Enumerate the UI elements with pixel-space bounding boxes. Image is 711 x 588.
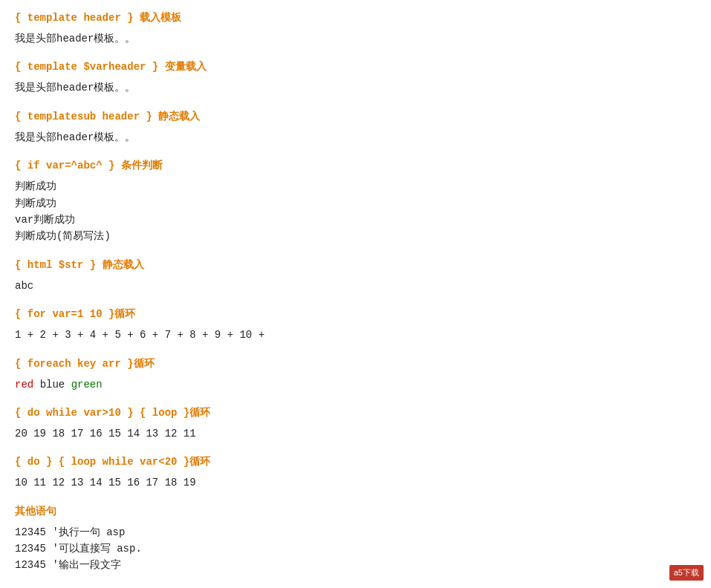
section-templatesub-header: { templatesub header } 静态载入 我是头部header模板… xyxy=(15,110,696,146)
section-other-syntax: 其他语句 12345 '执行一句 asp 12345 '可以直接写 asp. 1… xyxy=(15,505,696,574)
if-line-2: 判断成功 xyxy=(15,195,696,212)
heading-do-loop-while: { do } { loop while var<20 }循环 xyxy=(15,455,696,468)
other-line-2: 12345 '可以直接写 asp. xyxy=(15,540,696,557)
content-templatesub-header: 我是头部header模板。。 xyxy=(15,129,696,146)
heading-template-header: { template header } 载入模板 xyxy=(15,11,696,24)
section-foreach-loop: { foreach key arr }循环 red blue green xyxy=(15,357,696,393)
content-other-syntax: 12345 '执行一句 asp 12345 '可以直接写 asp. 12345 … xyxy=(15,524,696,574)
content-foreach-loop: red blue green xyxy=(15,376,696,393)
heading-do-while-loop: { do while var>10 } { loop }循环 xyxy=(15,406,696,419)
heading-html-str: { html $str } 静态载入 xyxy=(15,258,696,272)
heading-for-loop: { for var=1 10 }循环 xyxy=(15,307,696,321)
main-container: { template header } 载入模板 我是头部header模板。。 … xyxy=(0,0,711,588)
content-do-while-loop: 20 19 18 17 16 15 14 13 12 11 xyxy=(15,425,696,442)
foreach-red: red xyxy=(15,379,33,391)
section-do-while-loop: { do while var>10 } { loop }循环 20 19 18 … xyxy=(15,406,696,442)
content-template-varheader: 我是头部header模板。。 xyxy=(15,79,696,96)
other-line-3: 12345 '输出一段文字 xyxy=(15,557,696,573)
section-if-condition: { if var=^abc^ } 条件判断 判断成功 判断成功 var判断成功 … xyxy=(15,159,696,245)
heading-template-varheader: { template $varheader } 变量载入 xyxy=(15,60,696,74)
if-line-1: 判断成功 xyxy=(15,178,696,195)
content-for-loop: 1 + 2 + 3 + 4 + 5 + 6 + 7 + 8 + 9 + 10 + xyxy=(15,327,696,343)
heading-other-syntax: 其他语句 xyxy=(15,505,696,518)
foreach-blue: blue xyxy=(40,379,65,391)
heading-if-condition: { if var=^abc^ } 条件判断 xyxy=(15,159,696,172)
watermark: a5下载 xyxy=(669,565,704,581)
section-do-loop-while: { do } { loop while var<20 }循环 10 11 12 … xyxy=(15,455,696,491)
section-template-header: { template header } 载入模板 我是头部header模板。。 xyxy=(15,11,696,47)
section-for-loop: { for var=1 10 }循环 1 + 2 + 3 + 4 + 5 + 6… xyxy=(15,307,696,343)
other-line-1: 12345 '执行一句 asp xyxy=(15,524,696,540)
if-line-4: 判断成功(简易写法) xyxy=(15,228,696,244)
watermark-text: a5下载 xyxy=(674,568,699,577)
foreach-green: green xyxy=(71,379,103,391)
heading-templatesub-header: { templatesub header } 静态载入 xyxy=(15,110,696,123)
content-do-loop-while: 10 11 12 13 14 15 16 17 18 19 xyxy=(15,474,696,491)
content-html-str: abc xyxy=(15,278,696,294)
heading-foreach-loop: { foreach key arr }循环 xyxy=(15,357,696,370)
content-template-header: 我是头部header模板。。 xyxy=(15,30,696,47)
content-if-condition: 判断成功 判断成功 var判断成功 判断成功(简易写法) xyxy=(15,178,696,245)
if-line-3: var判断成功 xyxy=(15,212,696,228)
section-html-str: { html $str } 静态载入 abc xyxy=(15,258,696,294)
section-template-varheader: { template $varheader } 变量载入 我是头部header模… xyxy=(15,60,696,96)
